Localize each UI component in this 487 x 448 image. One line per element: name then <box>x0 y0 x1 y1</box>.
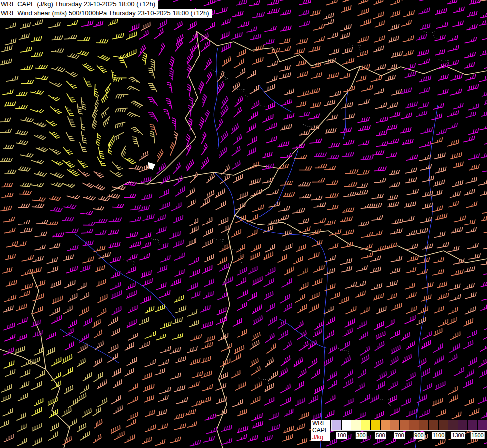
legend-color-box <box>448 420 458 430</box>
river <box>214 48 219 149</box>
legend-color-box <box>332 420 342 430</box>
legend-tick-label: 300 <box>355 432 366 439</box>
legend-tick-label: 1300 <box>451 432 465 439</box>
legend-tick-label: 700 <box>394 432 405 439</box>
wind-barb-layer <box>0 0 487 446</box>
legend-color-box <box>351 420 361 430</box>
legend-color-box <box>342 420 352 430</box>
cape-legend: WRF CAPE J/kg 10030050070090011001300150… <box>311 420 487 441</box>
map-title-cape: WRF CAPE (J/kg) Thursday 23-10-2025 18:0… <box>0 0 158 9</box>
legend-color-box <box>458 420 468 430</box>
legend-color-box <box>400 420 410 430</box>
wind-barb-group <box>2 10 183 418</box>
weather-map-stage: WRF CAPE (J/kg) Thursday 23-10-2025 18:0… <box>0 0 487 448</box>
legend-color-box <box>419 420 429 430</box>
legend-model-label: WRF <box>311 420 330 427</box>
legend-tick-row: 100300500700900110013001500 <box>331 432 487 440</box>
wind-barb-group <box>298 268 308 276</box>
wind-barb-group <box>5 0 487 446</box>
legend-tick-label: 100 <box>336 432 347 439</box>
legend-color-box <box>371 420 381 430</box>
map-title-shear: WRF Wind shear (m/s) 500/1000hPa Thursda… <box>0 9 212 18</box>
legend-color-box <box>439 420 449 430</box>
map-titles: WRF CAPE (J/kg) Thursday 23-10-2025 18:0… <box>0 0 212 18</box>
legend-color-box <box>468 420 478 430</box>
weather-map-canvas <box>0 0 487 448</box>
legend-color-box <box>390 420 400 430</box>
legend-color-box <box>409 420 419 430</box>
river <box>259 149 298 217</box>
legend-color-box <box>361 420 371 430</box>
legend-unit-label: J/kg <box>311 434 330 441</box>
river <box>259 85 348 139</box>
legend-color-scale <box>331 420 487 431</box>
legend-tick-label: 1100 <box>432 432 446 439</box>
legend-labels: WRF CAPE J/kg <box>311 420 330 441</box>
legend-tick-label: 500 <box>375 432 386 439</box>
legend-color-box <box>381 420 390 430</box>
legend-param-label: CAPE <box>311 427 330 434</box>
legend-tick-label: 900 <box>413 432 424 439</box>
legend-tick-label: 1500 <box>470 432 484 439</box>
river <box>214 172 327 448</box>
legend-color-box <box>429 420 439 430</box>
legend-scale: 100300500700900110013001500 <box>331 420 487 440</box>
rivers <box>60 48 438 448</box>
country-border <box>147 165 279 184</box>
legend-color-box <box>478 420 487 430</box>
wind-barb-group <box>3 0 487 442</box>
